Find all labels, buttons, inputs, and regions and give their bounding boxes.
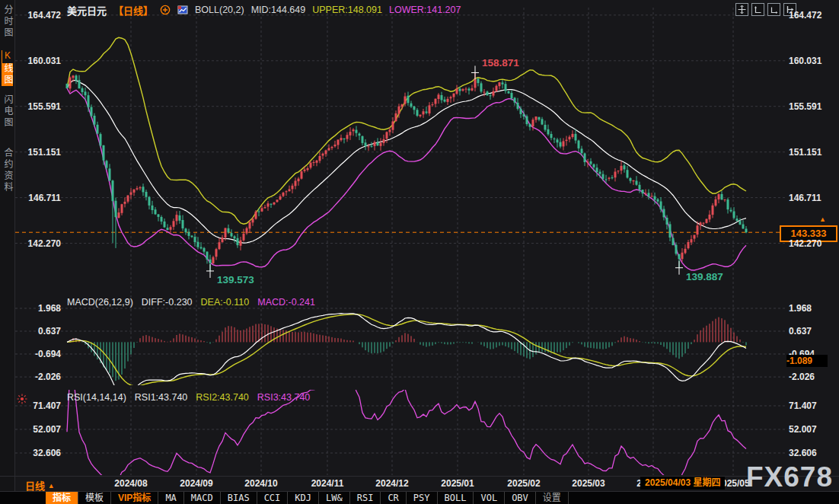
macd-axis-tick: -2.026	[14, 371, 61, 383]
rsi-axis-tick: 52.007	[789, 423, 837, 435]
price-axis-tick: 146.711	[14, 192, 61, 204]
crosshair-date-tooltip: 2025/04/03 星期四	[640, 477, 725, 490]
boll-params-label: BOLL(20,2)	[195, 5, 244, 15]
toolbar-tab-VOL[interactable]: VOL	[474, 492, 505, 504]
rsi-axis-tick: 32.606	[789, 447, 837, 459]
chart-tool-icons	[735, 3, 796, 16]
price-up-arrow-icon: ▲	[819, 216, 826, 223]
toolbar-tab-OBV[interactable]: OBV	[505, 492, 536, 504]
macd-diff-value: DIFF:-0.230	[142, 297, 193, 308]
x-axis-month-label: 2025/02	[507, 478, 540, 489]
toolbar-tab-MA[interactable]: MA	[158, 492, 183, 504]
price-axis-tick: 151.151	[14, 146, 61, 158]
x-axis-month-label: 2024/10	[244, 478, 277, 489]
macd-histogram	[70, 317, 746, 381]
rsi1-value: RSI1:43.740	[135, 392, 188, 403]
boll-lower-value: LOWER:141.207	[389, 5, 461, 15]
price-axis-tick: 164.472	[789, 9, 837, 21]
boll-mid-value: MID:144.649	[251, 5, 306, 15]
macd-dea-line	[67, 314, 746, 386]
macd-axis-tick: -0.694	[14, 348, 61, 360]
sidebar-tab-3[interactable]: 闪电图	[2, 94, 13, 129]
candlestick-series	[66, 72, 748, 271]
sidebar-tab-2[interactable]: K线图	[2, 50, 13, 86]
toolbar-tab-CR[interactable]: CR	[381, 492, 406, 504]
price-axis-tick: 155.591	[14, 100, 61, 113]
boll-upper-line	[67, 37, 746, 224]
price-axis-tick: 160.031	[14, 55, 61, 67]
x-axis-month-label: 2024/12	[375, 478, 408, 489]
price-axis-tick: 160.031	[789, 55, 837, 67]
period-label[interactable]: 【日线】	[113, 3, 153, 18]
price-axis-tick: 164.472	[14, 9, 61, 21]
toolbar-tab-VIP指标[interactable]: VIP指标	[111, 492, 158, 504]
macd-dea-value: DEA:-0.110	[201, 297, 250, 308]
toolbar-tab-KDJ[interactable]: KDJ	[288, 492, 319, 504]
price-axis-tick: 142.270	[789, 238, 837, 250]
boll-mid-line	[67, 81, 746, 244]
rsi-axis-tick: 52.007	[14, 423, 61, 435]
macd-axis-tick: 1.968	[14, 302, 61, 314]
rsi2-value: RSI2:43.740	[196, 392, 249, 403]
sidebar-tab-1[interactable]: 分时图	[2, 5, 13, 39]
pan-crosshair-icon[interactable]	[735, 3, 748, 16]
chart-application-window: 158.871139.573139.887 分时图K线图闪电图合约资料 美元日元…	[0, 0, 839, 504]
extreme-price-label: 139.887	[686, 271, 723, 282]
x-axis-month-label: 2024/09	[180, 478, 212, 489]
chart-header: 美元日元 【日线】 BOLL(20,2) MID:144.649 UPPER:1…	[67, 4, 461, 16]
rsi-axis-tick: 32.606	[14, 447, 61, 459]
left-sidebar: 分时图K线图闪电图合约资料	[0, 0, 15, 504]
toolbar-tab-PSY[interactable]: PSY	[407, 492, 438, 504]
sidebar-tab-4[interactable]: 合约资料	[2, 148, 13, 193]
indicator-toolbar: 指标模板VIP指标MAMACDBIASCCIKDJLW&RSICRPSYBOLL…	[0, 491, 839, 504]
boll-lower-line	[67, 88, 746, 270]
rsi-line	[67, 371, 746, 483]
price-axis-tick: 151.151	[789, 146, 837, 158]
indicator-badge-icon[interactable]	[177, 5, 188, 15]
price-axis-tick: 142.270	[14, 238, 61, 250]
macd-diff-line	[67, 314, 746, 395]
toolbar-tab-BOLL[interactable]: BOLL	[438, 492, 474, 504]
x-axis-month-label: 2024/08	[114, 478, 147, 489]
gridlines	[15, 8, 787, 475]
toolbar-tab-RSI[interactable]: RSI	[350, 492, 381, 504]
toolbar-tab-BIAS[interactable]: BIAS	[221, 492, 257, 504]
macd-params-label: MACD(26,12,9)	[67, 297, 133, 308]
extreme-price-label: 139.573	[217, 274, 254, 285]
toolbar-tab-指标[interactable]: 指标	[46, 492, 78, 504]
x-axis-month-label: 2024/11	[311, 478, 344, 489]
macd-indicator-header: MACD(26,12,9) DIFF:-0.230 DEA:-0.110 MAC…	[67, 297, 315, 308]
toolbar-tab-MACD[interactable]: MACD	[184, 492, 221, 504]
y-axis-scale-icon[interactable]	[751, 3, 764, 16]
extreme-marker-cross	[206, 264, 214, 278]
x-axis-scale-icon[interactable]	[767, 3, 780, 16]
macd-axis-marker: -1.089	[786, 355, 828, 367]
x-axis-month-label: 2025/03	[572, 478, 605, 489]
rsi-params-label: RSI(14,14,14)	[67, 392, 126, 403]
rsi3-value: RSI3:43.740	[257, 392, 311, 403]
toolbar-tab-模板[interactable]: 模板	[78, 492, 111, 504]
macd-axis-tick: 0.637	[14, 325, 61, 337]
x-axis-month-label: 2025/01	[441, 478, 474, 489]
macd-axis-tick: 0.637	[789, 325, 837, 337]
rsi-axis-tick: 71.407	[14, 400, 61, 412]
extreme-price-label: 158.871	[482, 57, 519, 69]
macd-axis-tick: 1.968	[789, 302, 837, 314]
chart-canvas[interactable]: 158.871139.573139.887	[0, 0, 839, 504]
price-axis-tick: 155.591	[789, 100, 837, 113]
rsi-indicator-header: RSI(14,14,14) RSI1:43.740 RSI2:43.740 RS…	[67, 392, 310, 403]
price-axis-tick: 146.711	[789, 192, 837, 204]
toolbar-tab-LW&[interactable]: LW&	[319, 492, 350, 504]
boll-upper-value: UPPER:148.091	[312, 5, 382, 15]
macd-bar-value: MACD:-0.241	[257, 297, 315, 308]
add-circle-icon[interactable]	[160, 5, 171, 15]
toolbar-tab-设置[interactable]: 设置	[536, 492, 569, 504]
macd-axis-tick: -2.026	[789, 371, 837, 383]
symbol-title: 美元日元	[67, 3, 107, 18]
rsi-axis-tick: 71.407	[789, 400, 837, 412]
toolbar-tab-CCI[interactable]: CCI	[257, 492, 289, 504]
